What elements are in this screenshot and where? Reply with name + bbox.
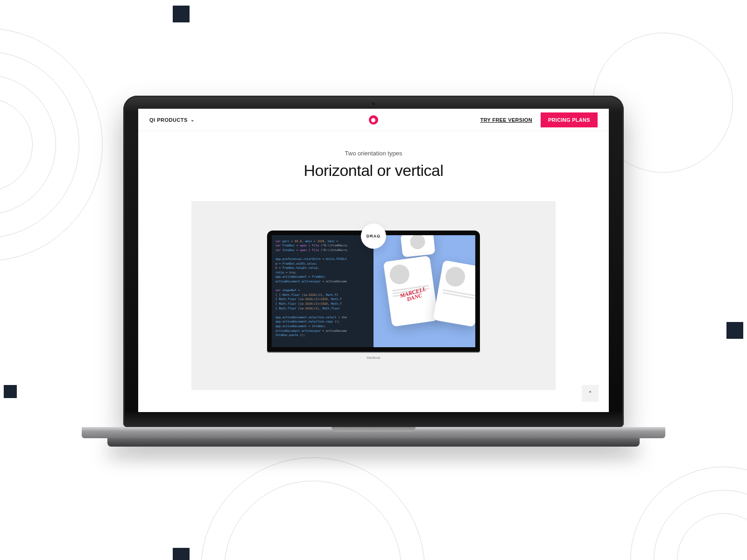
products-label: QI PRODUCTS	[149, 117, 188, 123]
comparison-slider: DRAG var perc = 99.0, wmin = 1920, hmin …	[191, 201, 556, 390]
code-preview: var perc = 99.0, wmin = 1920, hmin =var …	[272, 235, 374, 347]
chevron-down-icon: ⌄	[190, 117, 195, 122]
decorative-rings	[630, 467, 747, 560]
decorative-rings	[0, 28, 103, 261]
products-dropdown[interactable]: QI PRODUCTS ⌄	[149, 117, 194, 123]
site-header: QI PRODUCTS ⌄ TRY FREE VERSION PRICING P…	[138, 109, 609, 131]
decorative-rings	[201, 457, 425, 560]
decorative-square	[726, 322, 743, 339]
laptop-foot	[107, 438, 640, 447]
hero-section: Two orientation types Horizontal or vert…	[138, 131, 609, 390]
section-title: Horizontal or vertical	[138, 161, 609, 180]
device-label: MacBook	[366, 356, 380, 359]
design-preview: MARCELL DANC	[374, 235, 475, 347]
website-viewport: QI PRODUCTS ⌄ TRY FREE VERSION PRICING P…	[138, 109, 609, 412]
brand-logo-icon[interactable]	[369, 115, 378, 125]
camera-icon	[372, 102, 376, 106]
design-card	[433, 260, 475, 327]
inner-laptop-mockup: var perc = 99.0, wmin = 1920, hmin =var …	[267, 231, 480, 361]
laptop-mockup: QI PRODUCTS ⌄ TRY FREE VERSION PRICING P…	[123, 96, 624, 447]
design-card: MARCELL DANC	[383, 255, 439, 327]
pricing-plans-button[interactable]: PRICING PLANS	[541, 112, 598, 127]
laptop-base	[82, 427, 665, 438]
scroll-to-top-button[interactable]: ⌃	[582, 385, 599, 402]
section-subtitle: Two orientation types	[138, 150, 609, 157]
chevron-up-icon: ⌃	[588, 390, 592, 397]
decorative-square	[173, 548, 190, 560]
design-card	[401, 235, 436, 258]
decorative-square	[4, 385, 17, 398]
decorative-square	[173, 6, 190, 22]
drag-handle[interactable]: DRAG	[361, 224, 386, 249]
try-free-link[interactable]: TRY FREE VERSION	[480, 117, 532, 123]
